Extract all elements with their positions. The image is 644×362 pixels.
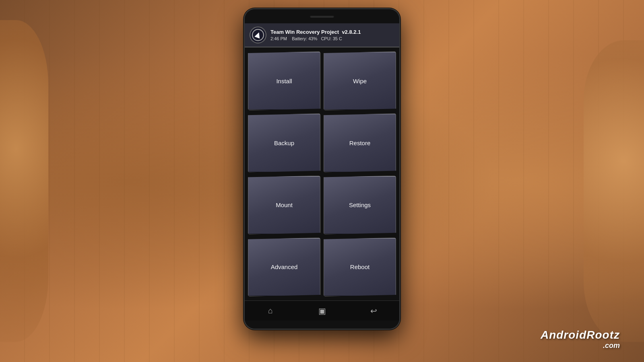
phone-wrapper: Team Win Recovery Project v2.8.2.1 2:46 …	[235, 8, 409, 354]
restore-button[interactable]: Restore	[324, 113, 396, 172]
battery-label: Battery:	[292, 36, 307, 41]
install-button[interactable]: Install	[248, 51, 320, 110]
cpu-value: 35 C	[333, 36, 342, 41]
backup-button[interactable]: Backup	[248, 113, 320, 172]
settings-button[interactable]: Settings	[324, 176, 396, 234]
navigation-bar: ⌂ ▣ ↩	[245, 300, 399, 321]
hand-right	[584, 40, 644, 342]
watermark-domain: .com	[541, 341, 620, 350]
reboot-label: Reboot	[350, 263, 369, 270]
wipe-label: Wipe	[353, 78, 367, 84]
battery-value: 43%	[308, 36, 317, 41]
phone-bottom	[245, 321, 399, 329]
reboot-button[interactable]: Reboot	[324, 238, 396, 296]
home-nav-button[interactable]: ⌂	[262, 303, 279, 319]
cpu-label: CPU:	[321, 36, 331, 41]
header-status: 2:46 PM Battery: 43% CPU: 35 C	[270, 36, 394, 41]
home-icon: ⌂	[268, 306, 273, 315]
phone-body: Team Win Recovery Project v2.8.2.1 2:46 …	[244, 8, 400, 330]
mount-label: Mount	[276, 202, 293, 208]
header-title: Team Win Recovery Project v2.8.2.1	[270, 29, 394, 36]
settings-label: Settings	[349, 202, 371, 208]
header-time: 2:46 PM	[270, 36, 287, 41]
hand-left	[0, 20, 48, 342]
twrp-logo	[250, 27, 266, 43]
advanced-button[interactable]: Advanced	[248, 238, 320, 296]
app-name: Team Win Recovery Project	[270, 29, 339, 35]
app-version: v2.8.2.1	[342, 29, 361, 35]
recent-nav-button[interactable]: ▣	[314, 303, 330, 319]
header-info: Team Win Recovery Project v2.8.2.1 2:46 …	[270, 29, 394, 41]
twrp-screen: Team Win Recovery Project v2.8.2.1 2:46 …	[245, 23, 399, 321]
phone-speaker	[310, 15, 334, 18]
watermark-brand: AndroidRootz	[541, 329, 620, 341]
install-label: Install	[276, 78, 292, 84]
restore-label: Restore	[349, 140, 371, 146]
watermark: AndroidRootz .com	[541, 329, 620, 350]
backup-label: Backup	[274, 140, 294, 146]
phone-top-bar	[245, 9, 399, 23]
back-nav-button[interactable]: ↩	[365, 303, 382, 319]
twrp-logo-inner	[252, 29, 264, 41]
main-button-grid: Install Wipe Backup Restore Mount Settin…	[245, 47, 399, 300]
mount-button[interactable]: Mount	[248, 176, 320, 234]
twrp-header: Team Win Recovery Project v2.8.2.1 2:46 …	[245, 23, 399, 47]
recent-icon: ▣	[318, 306, 326, 316]
wipe-button[interactable]: Wipe	[324, 51, 396, 110]
back-icon: ↩	[370, 306, 377, 316]
advanced-label: Advanced	[271, 263, 298, 270]
